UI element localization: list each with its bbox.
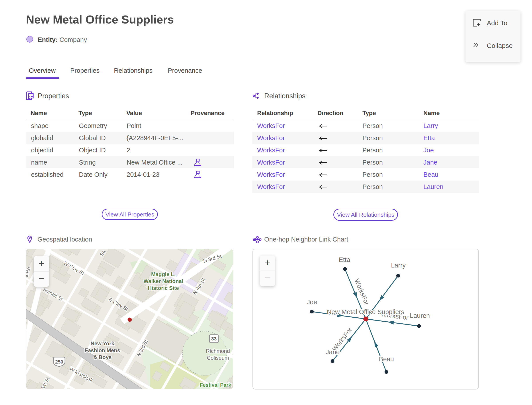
svg-text:Historic Site: Historic Site [148, 285, 179, 291]
svg-text:Richmond: Richmond [206, 348, 230, 354]
svg-text:& Boys: & Boys [93, 354, 112, 360]
svg-text:Etta: Etta [339, 256, 350, 263]
svg-text:Lauren: Lauren [410, 312, 430, 319]
svg-text:Larry: Larry [391, 262, 406, 269]
svg-text:250: 250 [55, 359, 63, 365]
svg-text:Walker National: Walker National [143, 278, 183, 284]
svg-text:New Metal Office Suppliers: New Metal Office Suppliers [327, 308, 404, 315]
svg-text:Beau: Beau [379, 356, 394, 363]
svg-text:Coliseum: Coliseum [207, 355, 229, 361]
svg-text:New York: New York [90, 340, 114, 346]
svg-text:Joe: Joe [307, 298, 317, 306]
svg-text:Maggie L.: Maggie L. [151, 271, 176, 277]
svg-text:Fashion Mens: Fashion Mens [85, 347, 120, 353]
svg-text:33: 33 [211, 336, 217, 342]
svg-text:Festival Park: Festival Park [200, 382, 231, 388]
svg-text:Jane: Jane [326, 348, 340, 356]
svg-text:WorksFor: WorksFor [353, 278, 370, 306]
